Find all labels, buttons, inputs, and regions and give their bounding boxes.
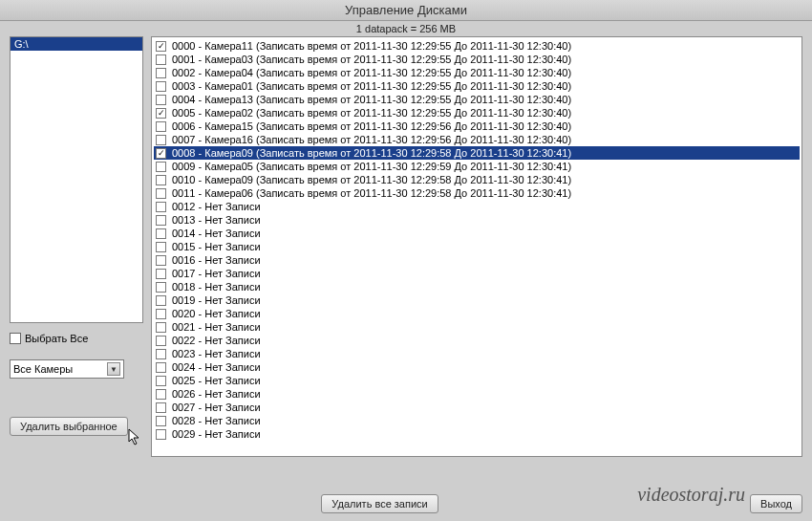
record-checkbox[interactable] <box>156 255 166 266</box>
main-content: G:\ Выбрать Все Все Камеры ▼ Удалить выб… <box>0 36 812 457</box>
record-checkbox[interactable] <box>156 68 166 78</box>
record-checkbox[interactable] <box>156 269 166 279</box>
record-text: 0011 - Камера06 (Записать время от 2011-… <box>170 186 571 200</box>
record-text: 0027 - Нет Записи <box>170 401 261 414</box>
record-text: 0016 - Нет Записи <box>170 253 261 267</box>
record-text: 0015 - Нет Записи <box>170 240 261 253</box>
select-all-row[interactable]: Выбрать Все <box>10 331 143 346</box>
record-checkbox[interactable] <box>156 309 166 319</box>
select-all-checkbox[interactable] <box>10 333 21 344</box>
record-checkbox[interactable] <box>156 188 166 199</box>
record-row[interactable]: 0004 - Камера13 (Записать время от 2011-… <box>154 93 800 106</box>
record-text: 0010 - Камера09 (Записать время от 2011-… <box>170 173 571 186</box>
record-row[interactable]: 0019 - Нет Записи <box>154 293 800 307</box>
record-row[interactable]: 0007 - Камера16 (Записать время от 2011-… <box>154 133 800 146</box>
record-row[interactable]: 0000 - Камера11 (Записать время от 2011-… <box>154 39 800 53</box>
record-row[interactable]: 0021 - Нет Записи <box>154 320 800 334</box>
record-text: 0020 - Нет Записи <box>170 307 261 320</box>
record-checkbox[interactable] <box>156 295 166 306</box>
camera-filter-value: Все Камеры <box>13 363 73 375</box>
drive-item[interactable]: G:\ <box>11 37 142 51</box>
record-row[interactable]: 0005 - Камера02 (Записать время от 2011-… <box>154 106 800 119</box>
record-text: 0006 - Камера15 (Записать время от 2011-… <box>170 119 571 133</box>
record-text: 0004 - Камера13 (Записать время от 2011-… <box>170 93 571 106</box>
record-row[interactable]: 0008 - Камера09 (Записать время от 2011-… <box>154 146 800 160</box>
record-text: 0003 - Камера01 (Записать время от 2011-… <box>170 79 571 93</box>
drive-list[interactable]: G:\ <box>10 36 143 323</box>
record-row[interactable]: 0029 - Нет Записи <box>154 427 800 441</box>
record-text: 0001 - Камера03 (Записать время от 2011-… <box>170 53 571 66</box>
record-text: 0018 - Нет Записи <box>170 280 261 293</box>
record-row[interactable]: 0018 - Нет Записи <box>154 280 800 293</box>
record-checkbox[interactable] <box>156 362 166 373</box>
record-checkbox[interactable] <box>156 228 166 239</box>
select-all-label: Выбрать Все <box>25 333 88 344</box>
record-row[interactable]: 0025 - Нет Записи <box>154 374 800 387</box>
record-text: 0023 - Нет Записи <box>170 347 261 360</box>
record-checkbox[interactable] <box>156 54 166 65</box>
record-checkbox[interactable] <box>156 81 166 92</box>
record-text: 0025 - Нет Записи <box>170 374 261 387</box>
record-checkbox[interactable] <box>156 121 166 132</box>
record-row[interactable]: 0015 - Нет Записи <box>154 240 800 253</box>
record-text: 0026 - Нет Записи <box>170 387 261 401</box>
record-row[interactable]: 0022 - Нет Записи <box>154 334 800 347</box>
record-checkbox[interactable] <box>156 148 166 159</box>
delete-selected-button[interactable]: Удалить выбранное <box>10 417 128 436</box>
record-checkbox[interactable] <box>156 162 166 172</box>
record-checkbox[interactable] <box>156 402 166 413</box>
record-row[interactable]: 0017 - Нет Записи <box>154 267 800 280</box>
record-checkbox[interactable] <box>156 416 166 426</box>
record-row[interactable]: 0028 - Нет Записи <box>154 414 800 427</box>
record-row[interactable]: 0027 - Нет Записи <box>154 401 800 414</box>
record-row[interactable]: 0014 - Нет Записи <box>154 227 800 240</box>
record-row[interactable]: 0012 - Нет Записи <box>154 200 800 213</box>
record-row[interactable]: 0009 - Камера05 (Записать время от 2011-… <box>154 160 800 173</box>
record-checkbox[interactable] <box>156 202 166 212</box>
camera-filter-select[interactable]: Все Камеры ▼ <box>10 359 124 379</box>
record-text: 0019 - Нет Записи <box>170 293 261 307</box>
record-row[interactable]: 0010 - Камера09 (Записать время от 2011-… <box>154 173 800 186</box>
record-row[interactable]: 0001 - Камера03 (Записать время от 2011-… <box>154 53 800 66</box>
record-list[interactable]: 0000 - Камера11 (Записать время от 2011-… <box>151 36 802 457</box>
record-row[interactable]: 0013 - Нет Записи <box>154 213 800 227</box>
delete-all-button[interactable]: Удалить все записи <box>321 494 438 513</box>
record-text: 0022 - Нет Записи <box>170 334 261 347</box>
record-checkbox[interactable] <box>156 135 166 145</box>
record-checkbox[interactable] <box>156 389 166 400</box>
record-text: 0009 - Камера05 (Записать время от 2011-… <box>170 160 571 173</box>
record-row[interactable]: 0026 - Нет Записи <box>154 387 800 401</box>
record-checkbox[interactable] <box>156 282 166 293</box>
record-row[interactable]: 0003 - Камера01 (Записать время от 2011-… <box>154 79 800 93</box>
record-row[interactable]: 0020 - Нет Записи <box>154 307 800 320</box>
record-text: 0012 - Нет Записи <box>170 200 261 213</box>
record-checkbox[interactable] <box>156 242 166 252</box>
record-text: 0008 - Камера09 (Записать время от 2011-… <box>170 146 571 160</box>
record-checkbox[interactable] <box>156 95 166 105</box>
record-row[interactable]: 0024 - Нет Записи <box>154 360 800 374</box>
left-controls: Выбрать Все Все Камеры ▼ Удалить выбранн… <box>10 331 143 436</box>
record-text: 0017 - Нет Записи <box>170 267 261 280</box>
record-row[interactable]: 0011 - Камера06 (Записать время от 2011-… <box>154 186 800 200</box>
record-checkbox[interactable] <box>156 41 166 52</box>
record-checkbox[interactable] <box>156 108 166 119</box>
record-row[interactable]: 0002 - Камера04 (Записать время от 2011-… <box>154 66 800 79</box>
record-checkbox[interactable] <box>156 215 166 226</box>
chevron-down-icon[interactable]: ▼ <box>107 362 120 376</box>
record-row[interactable]: 0016 - Нет Записи <box>154 253 800 267</box>
record-text: 0005 - Камера02 (Записать время от 2011-… <box>170 106 571 119</box>
record-checkbox[interactable] <box>156 349 166 359</box>
record-checkbox[interactable] <box>156 429 166 440</box>
record-checkbox[interactable] <box>156 175 166 185</box>
record-text: 0002 - Камера04 (Записать время от 2011-… <box>170 66 571 79</box>
footer: Удалить все записи Выход <box>0 494 812 513</box>
record-row[interactable]: 0006 - Камера15 (Записать время от 2011-… <box>154 119 800 133</box>
record-checkbox[interactable] <box>156 376 166 386</box>
record-checkbox[interactable] <box>156 336 166 346</box>
record-text: 0029 - Нет Записи <box>170 427 261 441</box>
exit-button[interactable]: Выход <box>750 494 802 513</box>
record-text: 0014 - Нет Записи <box>170 227 261 240</box>
record-checkbox[interactable] <box>156 322 166 333</box>
record-row[interactable]: 0023 - Нет Записи <box>154 347 800 360</box>
record-text: 0028 - Нет Записи <box>170 414 261 427</box>
